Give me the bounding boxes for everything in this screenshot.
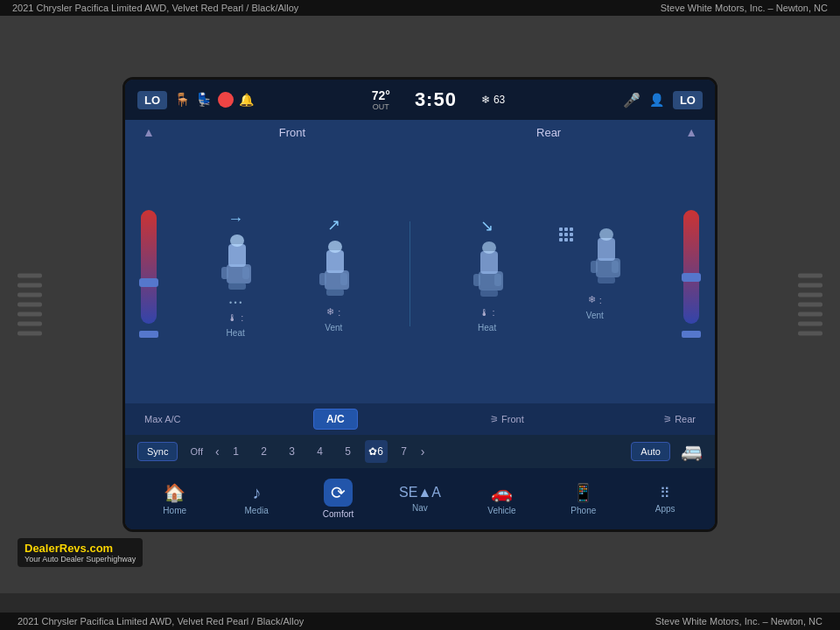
nav-nav-label: Nav [412,503,428,513]
svg-rect-17 [480,290,498,297]
climate-panel: ▲ Front Rear ▲ → [125,120,715,468]
driver-dots: • • • [229,298,242,307]
nav-phone[interactable]: 📱 Phone [557,482,610,515]
nav-vehicle[interactable]: 🚗 Vehicle [475,482,528,515]
nav-map-icon: SE▲A [399,485,441,500]
passenger-colon: : [338,307,340,318]
svg-rect-15 [473,274,480,286]
svg-rect-13 [480,251,498,274]
rear-right-seat: ❄ : Vent [559,228,631,320]
max-ac-button[interactable]: Max A/C [137,411,188,427]
mic-icon[interactable]: 🎤 [623,92,640,108]
nav-comfort[interactable]: ⟳ Comfort [312,479,365,519]
car-surround: LO 🪑 💺 🔔 72° OUT 3:50 ❄ 63 [0,16,840,593]
rear-left-seat-svg[interactable] [461,241,514,302]
right-slider-thumb [682,273,701,282]
ac-button[interactable]: A/C [313,409,358,430]
lo-left[interactable]: LO [137,91,167,109]
apps-icon: ⠿ [660,485,670,501]
left-temp-slider-area [134,210,164,338]
nav-apps[interactable]: ⠿ Apps [639,485,691,514]
bell-icon: 🔔 [239,93,254,107]
chevron-up-right[interactable]: ▲ [685,125,697,139]
passenger-icon-row: ❄ : [326,306,340,318]
svg-rect-21 [591,261,598,273]
controls-row: Max A/C A/C ⚞ Front ⚞ Rear [125,403,715,435]
nav-media[interactable]: ♪ Media [230,483,283,515]
left-vent [18,274,42,336]
fan-level-4[interactable]: 4 [309,440,332,463]
fan-level-7[interactable]: 7 [393,440,416,463]
left-slider-indicator [139,331,158,338]
svg-rect-5 [228,283,246,290]
status-center: 72° OUT 3:50 ❄ 63 [372,88,506,111]
fan-next-button[interactable]: › [421,444,425,458]
fan-spin-icon: ✿ [368,445,377,458]
home-icon: 🏠 [164,482,186,503]
nav-media-label: Media [245,506,269,515]
nav-home[interactable]: 🏠 Home [149,482,201,515]
fan-prev-button[interactable]: ‹ [215,444,220,458]
fan-level-5[interactable]: 5 [337,440,360,463]
right-temp-slider-area [676,210,706,338]
status-right: 🎤 👤 LO [623,91,703,109]
rear-defrost-button[interactable]: ⚞ Rear [656,411,703,428]
seat-cool-icon: 💺 [196,92,213,108]
front-label: Front [279,126,305,139]
svg-rect-22 [612,261,619,273]
svg-point-8 [328,241,342,253]
rear-right-colon: : [599,295,602,305]
front-driver-seat: → • • • 🌡 : Heat [209,210,262,338]
driver-colon: : [241,312,243,323]
watermark-site: DealerRevs.com [24,542,136,555]
driver-heat-icon: 🌡 [228,312,237,323]
nav-home-label: Home [163,506,186,515]
nav-phone-label: Phone [570,506,596,515]
seat-divider [410,221,410,326]
lo-right[interactable]: LO [673,91,703,109]
temp-out: 72° OUT [372,88,390,111]
status-left: LO 🪑 💺 🔔 [137,91,254,109]
svg-rect-11 [326,289,344,296]
passenger-vent-icon: ❄ [326,306,334,318]
fan-level-6[interactable]: ✿ 6 [365,440,388,463]
rear-label: Rear [536,126,561,139]
fan-level-1[interactable]: 1 [225,440,248,463]
fr-header: ▲ Front Rear ▲ [125,120,715,144]
sync-button[interactable]: Sync [137,442,178,461]
top-bar-title: 2021 Chrysler Pacifica Limited AWD, Velv… [12,3,298,13]
right-slider-indicator [682,331,701,338]
seat-heat-icon: 🪑 [174,92,191,108]
nav-vehicle-label: Vehicle [487,506,515,515]
right-temp-slider[interactable] [683,210,699,324]
front-passenger-seat: ↗ ❄ : Vent [307,215,360,332]
status-icons: 🪑 💺 🔔 [174,92,254,108]
svg-rect-9 [319,273,326,285]
svg-rect-3 [221,267,228,279]
svg-rect-1 [228,244,246,267]
chevron-up-left[interactable]: ▲ [143,125,155,139]
passenger-seat-svg[interactable] [307,240,360,301]
rear-defrost-icon: ⚞ [663,414,672,425]
fan-level-3[interactable]: 3 [281,440,304,463]
nav-nav[interactable]: SE▲A Nav [394,485,446,513]
status-dot [218,92,234,108]
auto-button[interactable]: Auto [631,442,670,461]
left-temp-slider[interactable] [141,210,157,324]
driver-icon-row: 🌡 : [228,312,243,323]
fan-active-label: 6 [377,445,383,458]
rear-right-seat-svg[interactable] [578,228,631,289]
svg-rect-4 [242,267,249,279]
comfort-icon: ⟳ [324,479,353,507]
off-button[interactable]: Off [183,443,209,460]
watermark-tagline: Your Auto Dealer Superhighway [24,555,136,564]
fan-speed: 63 [494,94,505,106]
seat-area: → • • • 🌡 : Heat [125,144,715,403]
driver-seat-svg[interactable] [209,234,262,295]
fan-level-2[interactable]: 2 [253,440,276,463]
front-defrost-button[interactable]: ⚞ Front [483,411,531,428]
fr-labels: Front Rear [164,126,676,139]
svg-point-14 [482,242,496,254]
rear-car-icon: 🚐 [681,441,703,462]
rear-right-label: Vent [586,311,604,320]
